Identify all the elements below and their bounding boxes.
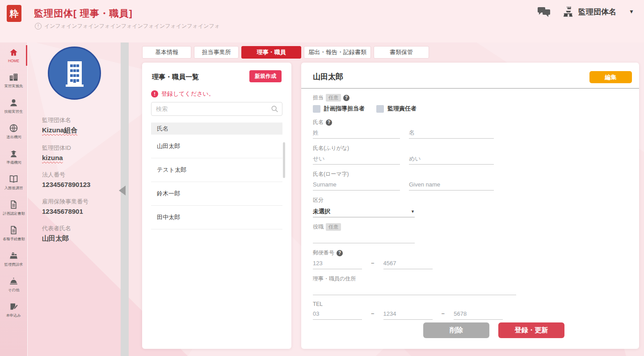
sidebar-item-label: 実習実施先 bbox=[4, 84, 23, 89]
postal-code-1-input[interactable] bbox=[313, 258, 362, 269]
checkbox-plan-instructor[interactable]: 計画指導担当者 bbox=[313, 105, 365, 113]
address-input[interactable] bbox=[313, 284, 516, 295]
list-scrollbar[interactable] bbox=[283, 142, 285, 178]
list-item[interactable]: テスト太郎 bbox=[151, 158, 282, 182]
profile-field-representative: 代表者氏名 山田太郎 bbox=[42, 225, 90, 243]
tab-basic-info[interactable]: 基本情報 bbox=[142, 46, 191, 59]
search-input[interactable] bbox=[151, 102, 282, 116]
divider bbox=[301, 88, 639, 89]
sidebar-item-tetsuzuki[interactable]: 各種手続書類 bbox=[0, 221, 27, 246]
sidebar-item-label: HOME bbox=[8, 59, 19, 63]
tel-1-input[interactable] bbox=[313, 308, 362, 320]
tab-reports-records[interactable]: 届出・報告・記録書類 bbox=[304, 46, 371, 59]
category-select[interactable]: 未選択 ▼ bbox=[313, 206, 415, 217]
book-icon bbox=[9, 174, 18, 184]
help-icon[interactable]: ? bbox=[343, 95, 349, 101]
last-name-input[interactable] bbox=[313, 127, 400, 139]
dash-separator: − bbox=[371, 310, 375, 320]
tel-group: TEL − − bbox=[313, 301, 627, 320]
chevron-down-icon: ▼ bbox=[629, 8, 634, 15]
sidebar-item-home[interactable]: HOME bbox=[0, 42, 27, 68]
tab-document-storage[interactable]: 書類保管 bbox=[374, 46, 429, 59]
main-content: 基本情報 担当事業所 理事・職員 届出・報告・記録書類 書類保管 理事・職員一覧… bbox=[129, 42, 644, 356]
sidebar-item-label: 監理費請求 bbox=[4, 262, 23, 267]
tab-bar: 基本情報 担当事業所 理事・職員 届出・報告・記録書類 書類保管 bbox=[142, 46, 429, 59]
home-icon bbox=[9, 48, 18, 57]
create-new-button[interactable]: 新規作成 bbox=[249, 70, 282, 82]
list-item[interactable]: 山田太郎 bbox=[151, 135, 282, 158]
list-item[interactable]: 鈴木一郎 bbox=[151, 182, 282, 206]
help-icon[interactable]: ? bbox=[337, 250, 343, 256]
tel-2-input[interactable] bbox=[383, 308, 433, 320]
alert-text: 登録してください。 bbox=[161, 90, 215, 98]
position-input[interactable] bbox=[313, 232, 415, 243]
collapse-left-icon[interactable] bbox=[119, 186, 126, 195]
tel-3-input[interactable] bbox=[454, 308, 503, 320]
alert-icon: ! bbox=[151, 90, 158, 97]
sidebar-item-kanrihi[interactable]: 監理費請求 bbox=[0, 246, 27, 272]
delete-button[interactable]: 削除 bbox=[423, 322, 489, 338]
avatar bbox=[48, 47, 101, 100]
role-label-row: 担当 任意 ? bbox=[313, 94, 627, 102]
optional-badge: 任意 bbox=[326, 94, 341, 102]
list-item[interactable]: 田中太郎 bbox=[151, 206, 282, 229]
kana-label: 氏名(ふりがな) bbox=[313, 144, 349, 152]
org-menu[interactable]: 監理団体名 ▼ bbox=[562, 6, 634, 17]
name-label: 氏名 bbox=[313, 119, 324, 126]
postal-code-2-input[interactable] bbox=[383, 258, 433, 269]
tab-offices[interactable]: 担当事業所 bbox=[194, 46, 239, 59]
position-label: 役職 bbox=[313, 223, 324, 231]
sidebar-item-sonota[interactable]: その他 bbox=[0, 272, 27, 297]
sidebar-item-jisshusei[interactable]: 技能実習生 bbox=[0, 93, 27, 119]
page-title: 監理団体[ 理事・職員] bbox=[34, 7, 133, 20]
nav-sidebar: HOME 実習実施先 技能実習生 送出機関 準備機関 入国後講習 計画認定書類 … bbox=[0, 42, 28, 356]
sidebar-item-soushutsu[interactable]: 送出機関 bbox=[0, 119, 27, 144]
column-header-name: 氏名 bbox=[151, 123, 282, 135]
name-group: 氏名 ? bbox=[313, 119, 627, 139]
cash-register-icon bbox=[9, 251, 18, 260]
tel-label: TEL bbox=[313, 301, 323, 307]
field-value: 1234567890123 bbox=[42, 181, 90, 188]
chat-icon[interactable] bbox=[537, 6, 551, 17]
kana-first-input[interactable] bbox=[409, 153, 494, 165]
tab-directors-staff[interactable]: 理事・職員 bbox=[241, 46, 301, 59]
sidebar-item-keikaku[interactable]: 計画認定書類 bbox=[0, 195, 27, 221]
sidebar-item-jisshisaki[interactable]: 実習実施先 bbox=[0, 68, 27, 93]
address-label: 理事・職員の住所 bbox=[313, 275, 356, 283]
field-value: 12345678901 bbox=[42, 208, 90, 215]
directors-list-panel: 理事・職員一覧 新規作成 ! 登録してください。 氏名 山田太郎 テスト太郎 鈴… bbox=[142, 63, 291, 349]
edit-button[interactable]: 編集 bbox=[589, 71, 632, 83]
checkbox-supervision-manager[interactable]: 監理責任者 bbox=[376, 105, 417, 113]
sidebar-item-moushikomi[interactable]: 本申込み bbox=[0, 297, 27, 323]
help-icon[interactable]: ? bbox=[326, 119, 332, 126]
sidebar-item-label: その他 bbox=[8, 288, 19, 293]
profile-field-insurance-number: 雇用保険事業番号 12345678901 bbox=[42, 198, 90, 215]
building-icon bbox=[62, 59, 88, 88]
application-icon bbox=[9, 302, 18, 311]
surname-input[interactable] bbox=[313, 179, 400, 191]
field-label: 代表者氏名 bbox=[42, 225, 90, 233]
role-label: 担当 bbox=[313, 94, 324, 102]
kana-last-input[interactable] bbox=[313, 153, 400, 165]
sidebar-item-koushuu[interactable]: 入国後講習 bbox=[0, 170, 27, 195]
given-name-input[interactable] bbox=[409, 179, 494, 191]
category-value: 未選択 bbox=[313, 208, 330, 216]
profile-field-corp-number: 法人番号 1234567890123 bbox=[42, 171, 90, 188]
chevron-down-icon: ▼ bbox=[411, 209, 415, 214]
globe-icon bbox=[9, 123, 18, 133]
directors-list: 山田太郎 テスト太郎 鈴木一郎 田中太郎 bbox=[151, 135, 282, 229]
checkbox-label: 監理責任者 bbox=[387, 105, 417, 113]
field-label: 監理団体ID bbox=[42, 144, 90, 152]
checkbox-icon[interactable] bbox=[376, 105, 384, 113]
sidebar-item-junbi[interactable]: 準備機関 bbox=[0, 144, 27, 170]
kana-group: 氏名(ふりがな) bbox=[313, 144, 627, 165]
app-logo[interactable]: 粋 bbox=[7, 5, 21, 22]
first-name-input[interactable] bbox=[409, 127, 494, 139]
trainee-icon bbox=[9, 98, 18, 107]
officer-icon bbox=[9, 149, 18, 158]
panel-collapse-bar[interactable] bbox=[121, 42, 129, 356]
register-update-button[interactable]: 登録・更新 bbox=[498, 322, 564, 338]
category-group: 区分 未選択 ▼ bbox=[313, 196, 627, 217]
field-label: 監理団体名 bbox=[42, 116, 90, 124]
checkbox-icon[interactable] bbox=[313, 105, 320, 113]
